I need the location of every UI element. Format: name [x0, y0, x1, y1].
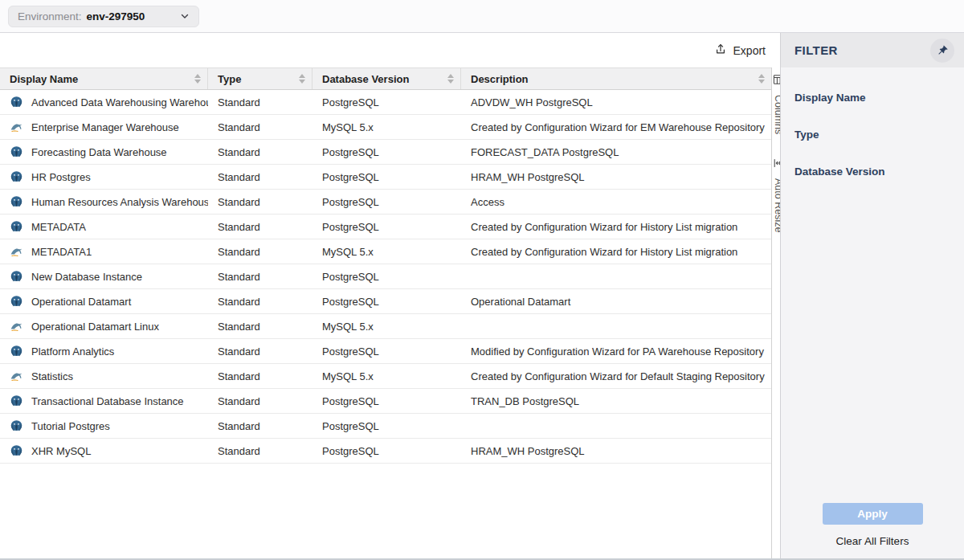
pushpin-icon	[937, 44, 949, 56]
environment-select[interactable]: Environment: env-297950	[8, 6, 199, 27]
environment-bar: Environment: env-297950	[0, 0, 964, 33]
chevron-down-icon	[180, 11, 190, 21]
sort-arrows-icon	[447, 74, 454, 84]
display-name-cell: Enterprise Manager Warehouse	[0, 115, 208, 139]
table-row[interactable]: Platform Analytics Standard PostgreSQL M…	[0, 339, 771, 364]
postgresql-elephant-icon	[10, 295, 23, 309]
type-cell: Standard	[208, 289, 312, 313]
display-name-cell: Transactional Database Instance	[0, 389, 208, 413]
filter-actions: Apply Clear All Filters	[781, 503, 964, 558]
table-row[interactable]: Operational Datamart Standard PostgreSQL…	[0, 289, 771, 314]
type-cell: Standard	[208, 439, 312, 463]
table-row[interactable]: Statistics Standard MySQL 5.x Created by…	[0, 364, 771, 389]
postgresql-elephant-icon	[10, 145, 23, 159]
description-cell: Created by Configuration Wizard for Hist…	[461, 239, 771, 264]
column-header-display-name[interactable]: Display Name	[0, 68, 208, 89]
grid-toolbar: Export	[0, 33, 780, 67]
postgresql-elephant-icon	[10, 345, 23, 358]
table-row[interactable]: METADATA1 Standard MySQL 5.x Created by …	[0, 239, 771, 264]
filter-panel-title: FILTER	[794, 43, 838, 57]
table-row[interactable]: HR Postgres Standard PostgreSQL HRAM_WH …	[0, 165, 771, 190]
filter-field-database-version[interactable]: Database Version	[794, 166, 950, 178]
description-cell	[461, 264, 771, 288]
table-row[interactable]: Forecasting Data Warehouse Standard Post…	[0, 140, 771, 165]
description-cell: Modified by Configuration Wizard for PA …	[461, 339, 771, 363]
database-version-cell: PostgreSQL	[312, 165, 461, 189]
table-row[interactable]: Operational Datamart Linux Standard MySQ…	[0, 314, 771, 339]
description-cell: Created by Configuration Wizard for EM W…	[461, 115, 771, 139]
export-label: Export	[733, 44, 766, 57]
export-upload-icon	[714, 43, 727, 58]
table-row[interactable]: Advanced Data Warehousing Warehouse Stan…	[0, 90, 771, 115]
type-cell: Standard	[208, 90, 312, 114]
filter-panel-header: FILTER	[781, 33, 964, 67]
database-version-cell: PostgreSQL	[312, 389, 461, 413]
column-header-type[interactable]: Type	[208, 68, 312, 89]
sort-arrows-icon	[758, 74, 765, 84]
type-cell: Standard	[208, 115, 312, 139]
description-cell: HRAM_WH PostgreSQL	[461, 439, 771, 463]
filter-field-display-name[interactable]: Display Name	[794, 92, 950, 104]
database-version-cell: MySQL 5.x	[312, 115, 461, 139]
mysql-dolphin-icon	[10, 370, 23, 383]
description-cell: TRAN_DB PostgreSQL	[461, 389, 771, 413]
table-body: Advanced Data Warehousing Warehouse Stan…	[0, 90, 771, 464]
type-cell: Standard	[208, 414, 312, 438]
table-row[interactable]: XHR MySQL Standard PostgreSQL HRAM_WH Po…	[0, 439, 771, 464]
table-row[interactable]: Tutorial Postgres Standard PostgreSQL	[0, 414, 771, 439]
description-cell: Operational Datamart	[461, 289, 771, 313]
environment-value: env-297950	[87, 10, 145, 22]
postgresql-elephant-icon	[10, 394, 23, 408]
type-cell: Standard	[208, 339, 312, 363]
display-name-cell: Forecasting Data Warehouse	[0, 140, 208, 164]
postgresql-elephant-icon	[10, 419, 23, 433]
table-row[interactable]: Enterprise Manager Warehouse Standard My…	[0, 115, 771, 140]
display-name-cell: METADATA	[0, 215, 208, 239]
database-version-cell: PostgreSQL	[312, 140, 461, 164]
sort-arrows-icon	[299, 74, 305, 84]
display-name-cell: Operational Datamart	[0, 289, 208, 313]
description-cell: ADVDW_WH PostgreSQL	[461, 90, 771, 114]
database-version-cell: PostgreSQL	[312, 289, 461, 313]
description-cell: Access	[461, 190, 771, 214]
filter-panel: FILTER Display Name Type Database Versio…	[780, 33, 964, 558]
description-cell	[461, 414, 771, 438]
display-name-cell: Platform Analytics	[0, 339, 208, 363]
pin-filter-button[interactable]	[930, 39, 954, 63]
column-header-database-version[interactable]: Database Version	[312, 68, 461, 89]
display-name-cell: Operational Datamart Linux	[0, 314, 208, 338]
mysql-dolphin-icon	[10, 121, 23, 134]
table-row[interactable]: Human Resources Analysis Warehouse Stand…	[0, 190, 771, 215]
database-version-cell: PostgreSQL	[312, 215, 461, 239]
display-name-cell: HR Postgres	[0, 165, 208, 189]
table-row[interactable]: Transactional Database Instance Standard…	[0, 389, 771, 414]
database-version-cell: PostgreSQL	[312, 90, 461, 114]
filter-fields: Display Name Type Database Version	[781, 67, 964, 503]
type-cell: Standard	[208, 165, 312, 189]
type-cell: Standard	[208, 314, 312, 338]
display-name-cell: XHR MySQL	[0, 439, 208, 463]
display-name-cell: Advanced Data Warehousing Warehouse	[0, 90, 208, 114]
filter-field-type[interactable]: Type	[794, 129, 950, 141]
clear-all-filters-link[interactable]: Clear All Filters	[836, 535, 909, 547]
display-name-cell: METADATA1	[0, 239, 208, 264]
table-header-row: Display Name Type Database Version Descr…	[0, 67, 771, 90]
postgresql-elephant-icon	[10, 195, 23, 209]
type-cell: Standard	[208, 190, 312, 214]
database-version-cell: PostgreSQL	[312, 339, 461, 363]
database-version-cell: MySQL 5.x	[312, 364, 461, 388]
databases-table: Display Name Type Database Version Descr…	[0, 67, 771, 558]
apply-button[interactable]: Apply	[823, 503, 923, 525]
table-row[interactable]: METADATA Standard PostgreSQL Created by …	[0, 215, 771, 239]
display-name-cell: Statistics	[0, 364, 208, 388]
database-version-cell: MySQL 5.x	[312, 239, 461, 264]
export-button[interactable]: Export	[714, 43, 766, 58]
description-cell: Created by Configuration Wizard for Defa…	[461, 364, 771, 388]
description-cell	[461, 314, 771, 338]
type-cell: Standard	[208, 239, 312, 264]
column-header-description[interactable]: Description	[461, 68, 771, 89]
type-cell: Standard	[208, 389, 312, 413]
table-row[interactable]: New Database Instance Standard PostgreSQ…	[0, 264, 771, 289]
database-version-cell: PostgreSQL	[312, 264, 461, 288]
database-version-cell: MySQL 5.x	[312, 314, 461, 338]
